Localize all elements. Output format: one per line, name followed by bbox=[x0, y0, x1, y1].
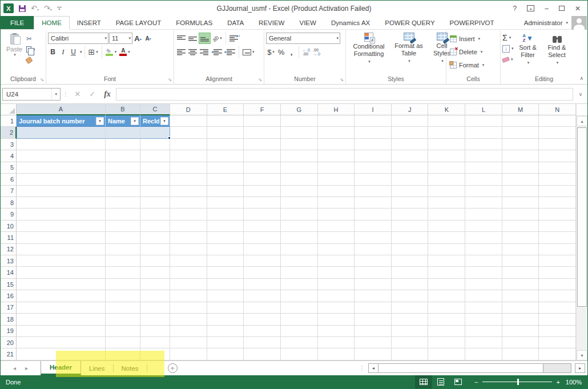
row-header-6[interactable]: 6 bbox=[1, 174, 17, 185]
cell-I6[interactable] bbox=[355, 174, 392, 185]
cell-C21[interactable] bbox=[140, 348, 170, 360]
cell-M3[interactable] bbox=[502, 139, 539, 150]
cell-M16[interactable] bbox=[502, 290, 539, 302]
cell-B13[interactable] bbox=[106, 255, 140, 267]
cell-A13[interactable] bbox=[17, 255, 106, 267]
filter-button[interactable]: ▾ bbox=[160, 117, 168, 125]
cell-N10[interactable] bbox=[539, 220, 576, 232]
row-header-19[interactable]: 19 bbox=[1, 326, 17, 337]
cell-N9[interactable] bbox=[539, 208, 576, 220]
cell-N14[interactable] bbox=[539, 267, 576, 278]
cell-N8[interactable] bbox=[539, 197, 576, 208]
cell-A8[interactable] bbox=[17, 197, 106, 208]
cell-C10[interactable] bbox=[140, 220, 170, 232]
column-header-C[interactable]: C bbox=[140, 104, 170, 115]
cell-A3[interactable] bbox=[17, 139, 106, 150]
cell-K14[interactable] bbox=[428, 267, 465, 278]
cell-C4[interactable] bbox=[140, 150, 170, 162]
select-all-corner[interactable] bbox=[1, 104, 17, 115]
cell-J15[interactable] bbox=[392, 279, 429, 290]
cell-G12[interactable] bbox=[281, 244, 318, 255]
cell-D5[interactable] bbox=[170, 162, 207, 174]
cell-E5[interactable] bbox=[207, 162, 244, 174]
cell-D1[interactable] bbox=[170, 115, 207, 127]
cell-E12[interactable] bbox=[207, 244, 244, 255]
cell-F21[interactable] bbox=[244, 348, 281, 360]
cell-K16[interactable] bbox=[428, 290, 465, 302]
cell-F10[interactable] bbox=[244, 220, 281, 232]
cell-N17[interactable] bbox=[539, 302, 576, 314]
cell-D17[interactable] bbox=[170, 302, 207, 314]
cell-F7[interactable] bbox=[244, 186, 281, 197]
cell-L1[interactable] bbox=[465, 115, 502, 127]
cell-I17[interactable] bbox=[355, 302, 392, 314]
cell-K17[interactable] bbox=[428, 302, 465, 314]
row-header-20[interactable]: 20 bbox=[1, 337, 17, 348]
cell-M11[interactable] bbox=[502, 232, 539, 243]
cell-N20[interactable] bbox=[539, 337, 576, 348]
row-header-16[interactable]: 16 bbox=[1, 290, 17, 302]
cell-A2[interactable] bbox=[17, 127, 106, 138]
row-header-13[interactable]: 13 bbox=[1, 255, 17, 267]
cell-N21[interactable] bbox=[539, 348, 576, 360]
cell-I13[interactable] bbox=[355, 255, 392, 267]
autosum-button[interactable]: Σ▾ bbox=[502, 33, 514, 42]
cell-H11[interactable] bbox=[318, 232, 355, 243]
prev-sheet-icon[interactable]: ◂ bbox=[13, 365, 16, 371]
cell-N5[interactable] bbox=[539, 162, 576, 174]
cell-J17[interactable] bbox=[392, 302, 429, 314]
sheet-tab-notes[interactable]: Notes bbox=[114, 361, 147, 375]
cell-K4[interactable] bbox=[428, 150, 465, 162]
cell-C15[interactable] bbox=[140, 279, 170, 290]
cell-C18[interactable] bbox=[140, 314, 170, 325]
insert-function-button[interactable]: fx bbox=[101, 88, 114, 101]
decrease-indent-button[interactable]: ◂ bbox=[210, 46, 223, 58]
tab-formulas[interactable]: FORMULAS bbox=[168, 16, 220, 29]
cell-G1[interactable] bbox=[281, 115, 318, 127]
minimize-button[interactable]: – bbox=[545, 5, 549, 13]
row-header-17[interactable]: 17 bbox=[1, 302, 17, 314]
format-painter-button[interactable] bbox=[26, 56, 35, 65]
cell-L10[interactable] bbox=[465, 220, 502, 232]
cell-B11[interactable] bbox=[106, 232, 140, 243]
cell-D3[interactable] bbox=[170, 139, 207, 150]
shrink-font-button[interactable]: A▾ bbox=[143, 33, 153, 44]
cell-D9[interactable] bbox=[170, 208, 207, 220]
cell-H3[interactable] bbox=[318, 139, 355, 150]
cell-G9[interactable] bbox=[281, 208, 318, 220]
cell-F4[interactable] bbox=[244, 150, 281, 162]
sheet-tab-lines[interactable]: Lines bbox=[81, 361, 113, 375]
cell-C8[interactable] bbox=[140, 197, 170, 208]
cell-A17[interactable] bbox=[17, 302, 106, 314]
cell-A5[interactable] bbox=[17, 162, 106, 174]
tab-data[interactable]: DATA bbox=[220, 16, 251, 29]
cell-M12[interactable] bbox=[502, 244, 539, 255]
cell-G5[interactable] bbox=[281, 162, 318, 174]
font-color-button[interactable]: A▾ bbox=[118, 46, 131, 58]
cell-D16[interactable] bbox=[170, 290, 207, 302]
cell-J7[interactable] bbox=[392, 186, 429, 197]
cell-G11[interactable] bbox=[281, 232, 318, 243]
cell-N2[interactable] bbox=[539, 127, 576, 138]
save-icon[interactable] bbox=[19, 5, 26, 12]
cell-N4[interactable] bbox=[539, 150, 576, 162]
cell-D19[interactable] bbox=[170, 326, 207, 337]
cell-H13[interactable] bbox=[318, 255, 355, 267]
cell-C9[interactable] bbox=[140, 208, 170, 220]
format-as-table-button[interactable]: Format as Table▾ bbox=[390, 31, 428, 75]
row-header-4[interactable]: 4 bbox=[1, 150, 17, 162]
cell-K12[interactable] bbox=[428, 244, 465, 255]
cell-M2[interactable] bbox=[502, 127, 539, 138]
cell-I3[interactable] bbox=[355, 139, 392, 150]
cell-A10[interactable] bbox=[17, 220, 106, 232]
cell-M21[interactable] bbox=[502, 348, 539, 360]
formula-bar-splitter[interactable]: ⋮ bbox=[63, 91, 69, 97]
zoom-slider[interactable] bbox=[482, 382, 551, 382]
row-header-5[interactable]: 5 bbox=[1, 162, 17, 174]
cell-B18[interactable] bbox=[106, 314, 140, 325]
row-header-18[interactable]: 18 bbox=[1, 314, 17, 325]
cell-E1[interactable] bbox=[207, 115, 244, 127]
cell-D13[interactable] bbox=[170, 255, 207, 267]
cell-D2[interactable] bbox=[170, 127, 207, 138]
scroll-right-icon[interactable]: ▸ bbox=[575, 363, 585, 373]
